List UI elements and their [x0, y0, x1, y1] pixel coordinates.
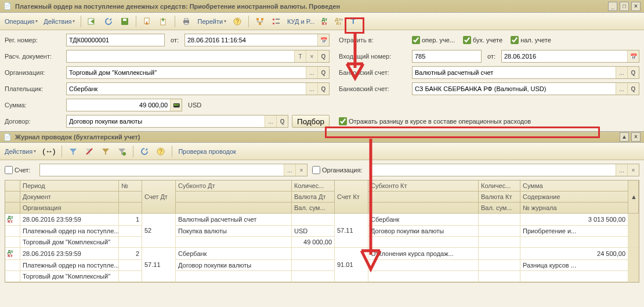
grid-cell[interactable] [292, 214, 335, 226]
filter-org-select[interactable]: ... [616, 164, 627, 176]
help-button[interactable]: ? [230, 15, 245, 28]
col-acc-dt[interactable]: Счет Дт [142, 180, 176, 214]
help2-button[interactable]: ? [153, 145, 168, 158]
grid-cell[interactable]: Покупка валюты [176, 226, 292, 237]
structure-button[interactable] [252, 15, 267, 28]
col-period[interactable]: Период [20, 180, 119, 192]
col-sum[interactable]: Сумма [520, 180, 628, 192]
contract-search-button[interactable]: Q [276, 115, 288, 127]
col-sub-dt[interactable]: Субконто Дт [176, 180, 292, 192]
print-button[interactable] [179, 15, 194, 28]
operation-menu[interactable]: Операция [2, 18, 40, 25]
grid-cell[interactable]: ДтКт [5, 248, 20, 260]
filter3-button[interactable] [114, 145, 129, 158]
calendar-button[interactable]: 📅 [317, 34, 329, 46]
grid-cell[interactable] [176, 271, 292, 282]
incoming-date-field[interactable] [502, 50, 627, 62]
reg-date-field[interactable] [185, 34, 317, 46]
org-select-button[interactable]: ... [306, 67, 317, 78]
reg-number-field[interactable] [67, 34, 164, 46]
save-button[interactable] [117, 15, 132, 28]
grid-cell[interactable] [119, 271, 142, 282]
grid-cell[interactable]: ДтКт [5, 214, 20, 226]
filter-off-button[interactable] [82, 145, 97, 158]
bank-acc2-field[interactable] [413, 83, 616, 95]
grid-cell[interactable] [520, 237, 628, 248]
bank1-select-button[interactable]: ... [616, 67, 627, 78]
grid-cell[interactable] [368, 271, 479, 282]
grid-cell[interactable]: 57.11 [142, 248, 176, 282]
grid-cell[interactable]: Платежный ордер на поступле... [20, 226, 119, 237]
bank1-search-button[interactable]: Q [627, 67, 639, 78]
rasch-clear-button[interactable]: × [306, 50, 317, 62]
grid-cell[interactable]: 91.01 [335, 248, 368, 282]
linked-button[interactable] [269, 15, 284, 28]
maximize-button[interactable]: □ [620, 2, 629, 11]
grid-cell[interactable]: USD [292, 226, 335, 237]
col-qty-dt[interactable]: Количес... [292, 180, 335, 192]
filter-account-field[interactable] [40, 164, 284, 176]
table-row[interactable]: ДтКт28.06.2016 23:59:59257.11Сбербанк91.… [5, 248, 639, 282]
grid-cell[interactable] [368, 237, 479, 248]
payer-search-button[interactable]: Q [317, 83, 329, 95]
actions-menu[interactable]: Действия [41, 18, 77, 25]
grid-cell[interactable] [292, 271, 335, 282]
oper-checkbox[interactable]: опер. уче... [412, 36, 455, 44]
grid-cell[interactable] [5, 237, 20, 248]
grid-cell[interactable]: 28.06.2016 23:59:59 [20, 248, 119, 260]
org-search-button[interactable]: Q [317, 67, 329, 78]
grid-cell[interactable] [368, 260, 479, 271]
filter2-button[interactable] [98, 145, 113, 158]
grid-cell[interactable] [479, 226, 520, 237]
grid-cell[interactable]: 52 [142, 214, 176, 248]
reflect-diff-checkbox[interactable]: Отражать разницу в курсе в составе опера… [339, 117, 531, 125]
payer-field[interactable] [67, 83, 306, 95]
dtkt-button[interactable]: ДтКт [318, 15, 331, 28]
calendar2-button[interactable]: 📅 [627, 50, 639, 62]
create-basis-button[interactable] [156, 15, 171, 28]
podbor-button[interactable]: Подбор [292, 115, 330, 128]
grid-cell[interactable]: 1 [119, 214, 142, 226]
col-acc-kt[interactable]: Счет Кт [335, 180, 368, 214]
grid-cell[interactable] [292, 248, 335, 260]
dtkt-tax-button[interactable]: ДтнКт [332, 15, 346, 28]
grid-cell[interactable] [5, 226, 20, 237]
contract-select-button[interactable]: ... [265, 115, 276, 127]
check-entries-link[interactable]: Проверка проводок [176, 148, 238, 155]
buh-checkbox[interactable]: бух. учете [463, 36, 502, 44]
grid-cell[interactable]: Торговый дом "Комплексный" [20, 237, 119, 248]
grid-cell[interactable]: Разница курсов ... [520, 260, 628, 271]
filter-account-checkbox[interactable]: Счет: [5, 166, 30, 174]
org-field[interactable] [67, 67, 306, 78]
minimize-button[interactable]: _ [608, 2, 617, 11]
journal-max-button[interactable]: ▲ [620, 132, 629, 142]
grid-cell[interactable]: 2 [119, 248, 142, 260]
journal-close-button[interactable]: × [631, 132, 641, 142]
grid-cell[interactable]: Сбербанк [368, 214, 479, 226]
grid-cell[interactable] [176, 237, 292, 248]
text-button[interactable]: Т [347, 15, 360, 28]
filter-account-select[interactable]: ... [284, 164, 295, 176]
calculator-button[interactable]: 📟 [170, 99, 182, 111]
scroll-up[interactable]: ▲ [628, 180, 639, 214]
grid-cell[interactable] [479, 271, 520, 282]
grid-cell[interactable] [479, 237, 520, 248]
post-button[interactable] [85, 15, 100, 28]
grid-cell[interactable]: 28.06.2016 23:59:59 [20, 214, 119, 226]
col-sub-kt[interactable]: Субконто Кт [368, 180, 479, 192]
grid-cell[interactable]: 49 000,00 [292, 237, 335, 248]
grid-cell[interactable]: Сбербанк [176, 248, 292, 260]
payer-select-button[interactable]: ... [306, 83, 317, 95]
refresh2-button[interactable] [137, 145, 152, 158]
col-qty-kt[interactable]: Количес... [479, 180, 520, 192]
grid-cell[interactable]: 24 500,00 [520, 248, 628, 260]
kud-link[interactable]: КУД и Р... [285, 18, 317, 25]
table-row[interactable]: ДтКт28.06.2016 23:59:59152Валютный расче… [5, 214, 639, 248]
grid-cell[interactable] [119, 237, 142, 248]
bank-acc1-field[interactable] [413, 67, 616, 78]
grid-cell[interactable] [520, 271, 628, 282]
bank2-select-button[interactable]: ... [616, 83, 627, 95]
goto-menu[interactable]: Перейти [195, 18, 229, 25]
grid-cell[interactable]: Договор покупки валюты [368, 226, 479, 237]
grid-cell[interactable]: 57.11 [335, 214, 368, 248]
